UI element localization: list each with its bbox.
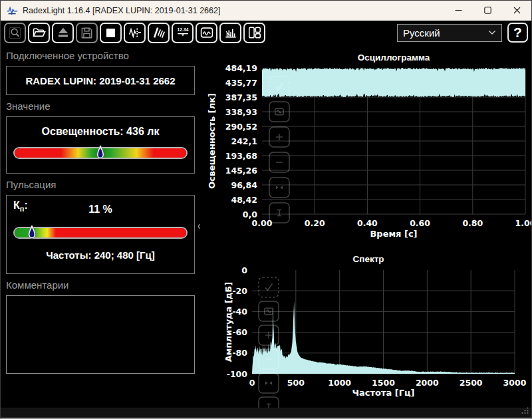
y-tick-label: 435,77 (225, 78, 257, 88)
toolbar-hatch-button[interactable] (148, 23, 170, 43)
value-box: Освещенность: 436 лк (6, 116, 195, 174)
oscillogram-plot: 484,19435,77387,35338,93290,52242,1193,6… (200, 45, 532, 251)
app-window: RadexLight 1.16.4 [RADEX LUPIN: 2019-01-… (0, 0, 532, 419)
y-axis-label: Освещенность [лк] (207, 93, 217, 189)
y-tick-label: 242,1 (231, 136, 257, 146)
y-tick-label: -100 (227, 369, 248, 379)
toolbar-save-button[interactable] (76, 23, 98, 43)
status-bar (1, 408, 531, 418)
chart-tool-fit-height-button[interactable] (259, 397, 279, 408)
x-tick-label: 3000 (503, 378, 527, 388)
toolbar-stop-button[interactable] (100, 23, 122, 43)
numeric-icon: 12.34 (176, 25, 190, 40)
eject-icon (56, 25, 70, 40)
x-axis-label: Время [с] (370, 229, 417, 239)
wave-icon (200, 25, 214, 40)
device-name: RADEX LUPIN: 2019-01-31 2662 (25, 75, 175, 86)
illuminance-marker-icon (96, 144, 105, 161)
chart-tool-fit-width-button[interactable] (259, 373, 279, 393)
device-name-box: RADEX LUPIN: 2019-01-31 2662 (6, 66, 195, 95)
x-tick-label: 1.00 (515, 218, 532, 228)
y-tick-label: -40 (232, 307, 247, 317)
chart-tool-fit-height-button[interactable] (269, 203, 289, 223)
x-tick-label: 500 (287, 378, 305, 388)
y-tick-label: 338,93 (225, 107, 257, 117)
comments-section-heading: Комментарии (6, 279, 195, 291)
toolbar: 12.34 Русский ? (1, 21, 531, 45)
left-panel: Подключенное устройство RADEX LUPIN: 201… (1, 45, 200, 408)
x-tick-label: 0.20 (305, 218, 325, 228)
toolbar-eject-button[interactable] (52, 23, 74, 43)
kp-value: 11 % (7, 204, 194, 215)
language-select[interactable]: Русский (397, 24, 502, 42)
kp-label: Кп: (13, 200, 28, 213)
help-button[interactable]: ? (507, 23, 528, 43)
x-tick-label: 1500 (372, 378, 395, 388)
minimize-icon (455, 5, 462, 17)
x-tick-label: 2000 (416, 378, 439, 388)
resize-grip[interactable] (521, 405, 529, 417)
chart-title: Спектр (352, 254, 384, 264)
floppy-icon (80, 26, 94, 40)
close-button[interactable] (502, 1, 531, 21)
maximize-icon (484, 5, 491, 17)
help-label: ? (513, 25, 522, 41)
toolbar-pulse-measure-button[interactable] (124, 23, 146, 43)
y-tick-label: 484,19 (225, 63, 257, 73)
titlebar: RadexLight 1.16.4 [RADEX LUPIN: 2019-01-… (1, 1, 531, 21)
y-tick-label: 290,52 (225, 122, 257, 132)
y-tick-label: 96,84 (231, 180, 257, 190)
close-icon (513, 5, 521, 17)
x-tick-label: 0.60 (410, 218, 430, 228)
y-tick-label: 48,42 (231, 195, 257, 205)
bars-icon (223, 25, 238, 40)
spectrum-chart: 0-20-40-60-80-10005001000150020002500300… (200, 251, 532, 408)
maximize-button[interactable] (473, 1, 502, 21)
magnifier-icon (8, 26, 22, 40)
illuminance-waveform (262, 68, 525, 97)
y-tick-label: 0 (241, 265, 247, 275)
pulsation-scale-bar (13, 227, 188, 239)
y-tick-label: -80 (232, 348, 247, 358)
stop-icon (104, 26, 118, 40)
chart-tool-select-button[interactable] (259, 277, 279, 297)
toolbar-layout-button[interactable] (243, 23, 265, 43)
app-icon (7, 6, 18, 15)
x-tick-label: 0 (249, 378, 255, 388)
chart-tool-zoom-in-button[interactable] (259, 325, 279, 345)
illuminance-reading: Освещенность: 436 лк (7, 126, 194, 138)
layout-icon (247, 25, 262, 40)
y-tick-label: 387,35 (225, 92, 257, 102)
y-tick-label: 145,26 (225, 166, 258, 176)
chart-tool-zoom-in-button[interactable] (269, 127, 289, 147)
toolbar-zoom-button[interactable] (4, 23, 26, 43)
y-tick-label: -20 (232, 286, 247, 296)
spectrum-plot: 0-20-40-60-80-10005001000150020002500300… (200, 251, 532, 408)
pulsation-section-heading: Пульсация (6, 179, 195, 191)
y-tick-label: -60 (232, 327, 247, 337)
pulse-icon (128, 25, 142, 40)
pulsation-box: Кп: 11 % Частоты: 240; 480 [Гц] (6, 195, 195, 274)
hatch-icon (152, 25, 166, 40)
pulsation-frequencies: Частоты: 240; 480 [Гц] (7, 249, 194, 261)
pulsation-marker-icon (27, 224, 36, 241)
window-title: RadexLight 1.16.4 [RADEX LUPIN: 2019-01-… (23, 6, 220, 15)
y-axis-label: Амплитуда [дБ] (223, 282, 233, 362)
language-select-value: Русский (403, 27, 440, 39)
x-tick-label: 1000 (328, 378, 351, 388)
chart-tool-fit-width-button[interactable] (269, 178, 289, 198)
device-section-heading: Подключенное устройство (6, 50, 195, 62)
toolbar-open-button[interactable] (28, 23, 50, 43)
x-tick-label: 2500 (460, 378, 483, 388)
y-tick-label: 193,68 (225, 151, 257, 161)
toolbar-numeric-display-button[interactable]: 12.34 (172, 23, 194, 43)
minimize-button[interactable] (444, 1, 473, 21)
x-axis-label: Частота [Гц] (352, 388, 414, 398)
chevron-down-icon (488, 30, 496, 35)
comments-input[interactable] (6, 295, 195, 374)
oscillogram-chart: 484,19435,77387,35338,93290,52242,1193,6… (200, 45, 532, 251)
toolbar-oscillogram-button[interactable] (196, 23, 217, 43)
open-folder-icon (32, 25, 47, 40)
chart-title: Осциллограмма (358, 53, 430, 63)
toolbar-spectrum-button[interactable] (219, 23, 241, 43)
